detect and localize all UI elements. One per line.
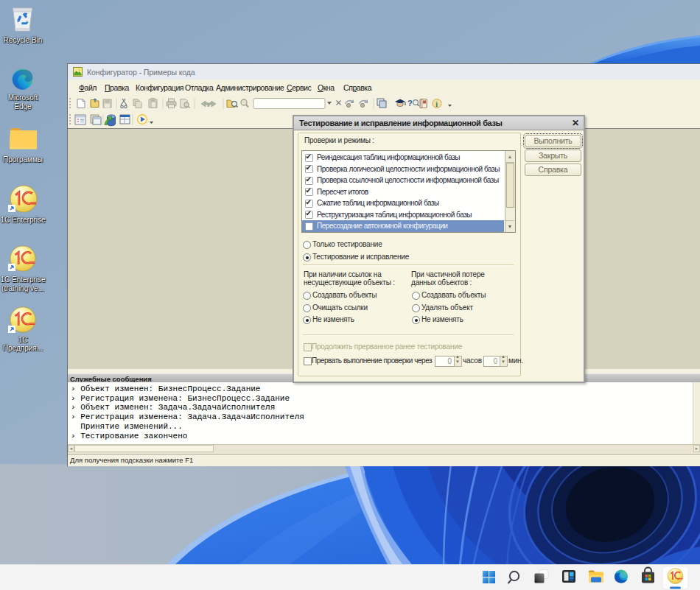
svg-text:?: ? xyxy=(407,99,413,108)
svg-text:i: i xyxy=(435,100,438,108)
